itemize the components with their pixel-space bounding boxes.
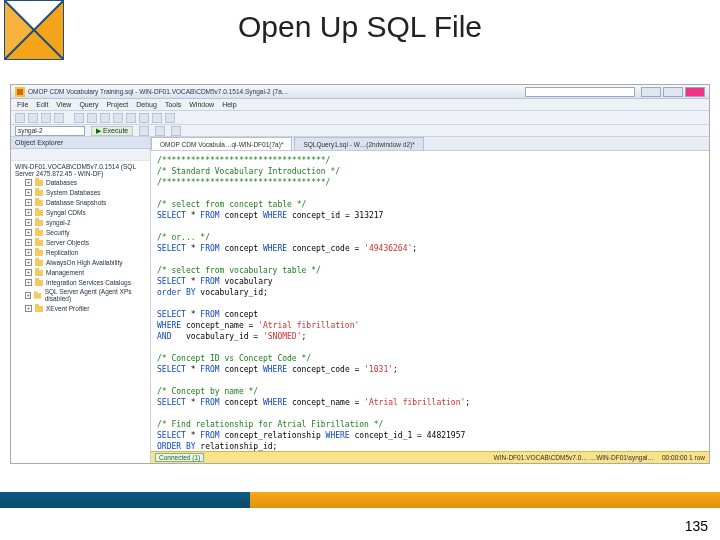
object-explorer-header: Object Explorer <box>11 137 150 149</box>
object-explorer[interactable]: Object Explorer WIN-DF01.VOCAB\CDM5v7.0.… <box>11 137 151 463</box>
parse-button[interactable] <box>171 126 181 136</box>
expand-icon[interactable]: + <box>25 229 32 236</box>
tree-node[interactable]: +System Databases <box>25 187 148 197</box>
new-query-button[interactable] <box>15 113 25 123</box>
open-button[interactable] <box>28 113 38 123</box>
tree-node[interactable]: +syngal-2 <box>25 217 148 227</box>
folder-icon <box>35 304 43 312</box>
window-titlebar[interactable]: OMOP CDM Vocabulary Training.sql - WIN-D… <box>11 85 709 99</box>
folder-icon <box>35 178 43 186</box>
expand-icon[interactable]: + <box>25 209 32 216</box>
expand-icon[interactable]: + <box>25 189 32 196</box>
tool-button[interactable] <box>74 113 84 123</box>
menu-item[interactable]: Help <box>222 101 236 108</box>
tool-button[interactable] <box>152 113 162 123</box>
expand-icon[interactable]: + <box>25 249 32 256</box>
expand-icon[interactable]: + <box>25 305 32 312</box>
expand-icon[interactable]: + <box>25 259 32 266</box>
query-toolbar[interactable]: syngal-2 ▶ Execute <box>11 125 709 137</box>
svg-rect-6 <box>35 180 43 186</box>
debug-button[interactable] <box>139 126 149 136</box>
svg-rect-25 <box>35 268 39 270</box>
editor-tabs[interactable]: OMOP CDM Vocabula…ql-WIN-DF01(7a)* SQLQu… <box>151 137 709 151</box>
svg-rect-29 <box>34 291 38 293</box>
database-selector[interactable]: syngal-2 <box>15 126 85 136</box>
minimize-button[interactable] <box>641 87 661 97</box>
tree-node-label: AlwaysOn High Availability <box>46 259 122 266</box>
folder-icon <box>35 228 43 236</box>
expand-icon[interactable]: + <box>25 239 32 246</box>
tree-node[interactable]: +Management <box>25 267 148 277</box>
menu-bar[interactable]: File Edit View Query Project Debug Tools… <box>11 99 709 111</box>
folder-icon <box>35 238 43 246</box>
main-toolbar[interactable] <box>11 111 709 125</box>
tree-node[interactable]: +XEvent Profiler <box>25 303 148 313</box>
folder-icon <box>35 218 43 226</box>
menu-item[interactable]: View <box>56 101 71 108</box>
svg-rect-30 <box>35 306 43 312</box>
window-title-text: OMOP CDM Vocabulary Training.sql - WIN-D… <box>28 88 288 95</box>
stop-button[interactable] <box>155 126 165 136</box>
svg-rect-27 <box>35 278 39 280</box>
tree-node-label: Databases <box>46 179 77 186</box>
tree-node[interactable]: +Integration Services Catalogs <box>25 277 148 287</box>
ssms-window: OMOP CDM Vocabulary Training.sql - WIN-D… <box>10 84 710 464</box>
slide-title: Open Up SQL File <box>0 10 720 44</box>
tree-node-label: Integration Services Catalogs <box>46 279 131 286</box>
svg-rect-28 <box>34 293 41 298</box>
tree-node[interactable]: +AlwaysOn High Availability <box>25 257 148 267</box>
menu-item[interactable]: Debug <box>136 101 157 108</box>
status-right: 00:00:00 1 row <box>662 454 705 461</box>
tool-button[interactable] <box>165 113 175 123</box>
tool-button[interactable] <box>126 113 136 123</box>
object-explorer-toolbar[interactable] <box>11 149 150 161</box>
tab-active[interactable]: OMOP CDM Vocabula…ql-WIN-DF01(7a)* <box>151 137 292 150</box>
svg-rect-8 <box>35 190 43 196</box>
tool-button[interactable] <box>139 113 149 123</box>
folder-icon <box>35 248 43 256</box>
tree-node[interactable]: +Security <box>25 227 148 237</box>
svg-rect-14 <box>35 220 43 226</box>
expand-icon[interactable]: + <box>25 219 32 226</box>
status-bar: Connected (1) WIN-DF01.VOCAB\CDM5v7.0… …… <box>151 451 709 463</box>
tool-button[interactable] <box>113 113 123 123</box>
tab-inactive[interactable]: SQLQuery1.sql - W…(2ndwindow d2)* <box>294 137 423 150</box>
tree-node[interactable]: +Syngal CDMs <box>25 207 148 217</box>
svg-rect-26 <box>35 280 43 286</box>
menu-item[interactable]: Project <box>106 101 128 108</box>
svg-rect-10 <box>35 200 43 206</box>
tree-node-label: Management <box>46 269 84 276</box>
menu-item[interactable]: Edit <box>36 101 48 108</box>
expand-icon[interactable]: + <box>25 179 32 186</box>
folder-icon <box>35 208 43 216</box>
tree-node[interactable]: +Databases <box>25 177 148 187</box>
expand-icon[interactable]: + <box>25 199 32 206</box>
sql-editor: OMOP CDM Vocabula…ql-WIN-DF01(7a)* SQLQu… <box>151 137 709 463</box>
save-all-button[interactable] <box>54 113 64 123</box>
execute-button[interactable]: ▶ Execute <box>91 126 133 136</box>
server-node[interactable]: WIN-DF01.VOCAB\CDM5v7.0.1514 (SQL Server… <box>11 161 150 315</box>
menu-item[interactable]: Tools <box>165 101 181 108</box>
svg-rect-15 <box>35 218 39 220</box>
tool-button[interactable] <box>100 113 110 123</box>
footer-bar <box>0 492 720 508</box>
svg-rect-5 <box>17 89 23 95</box>
page-number: 135 <box>685 518 708 534</box>
tree-node[interactable]: +Replication <box>25 247 148 257</box>
tool-button[interactable] <box>87 113 97 123</box>
maximize-button[interactable] <box>663 87 683 97</box>
quick-launch-input[interactable] <box>525 87 635 97</box>
expand-icon[interactable]: + <box>25 269 32 276</box>
close-button[interactable] <box>685 87 705 97</box>
expand-icon[interactable]: + <box>25 292 31 299</box>
expand-icon[interactable]: + <box>25 279 32 286</box>
tree-node[interactable]: +SQL Server Agent (Agent XPs disabled) <box>25 287 148 303</box>
folder-icon <box>35 258 43 266</box>
tree-node[interactable]: +Database Snapshots <box>25 197 148 207</box>
code-area[interactable]: /**********************************/ /* … <box>151 151 709 451</box>
tree-node[interactable]: +Server Objects <box>25 237 148 247</box>
menu-item[interactable]: File <box>17 101 28 108</box>
menu-item[interactable]: Window <box>189 101 214 108</box>
save-button[interactable] <box>41 113 51 123</box>
menu-item[interactable]: Query <box>79 101 98 108</box>
